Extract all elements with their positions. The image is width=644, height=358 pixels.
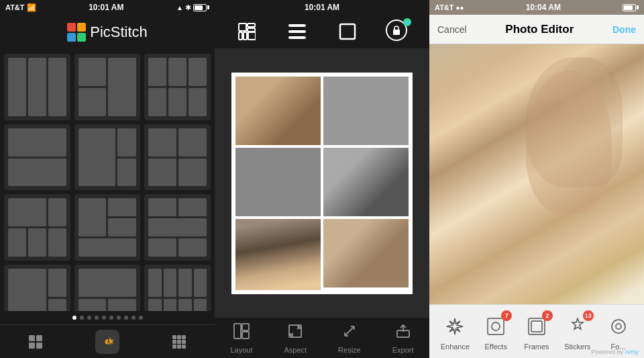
page-dots xyxy=(0,311,215,324)
tab-layout-label: Layout xyxy=(230,346,252,354)
collage-frame[interactable] xyxy=(231,73,413,294)
lc xyxy=(148,269,161,297)
time-3: 10:04 AM xyxy=(526,3,561,12)
artsy-text: Artsy xyxy=(625,349,639,355)
svg-rect-15 xyxy=(248,28,255,32)
focus-icon xyxy=(605,313,632,340)
layout-thumb-9[interactable] xyxy=(144,194,211,261)
lc xyxy=(78,299,107,311)
tab-export[interactable]: Export xyxy=(392,322,414,354)
cancel-button[interactable]: Cancel xyxy=(437,24,467,35)
lc xyxy=(148,218,207,236)
effects-label: Effects xyxy=(484,343,506,351)
lc xyxy=(78,128,116,187)
lc xyxy=(178,238,207,257)
collage-cell-3[interactable] xyxy=(235,148,321,216)
layout-thumb-2[interactable] xyxy=(74,54,141,120)
tool-stickers[interactable]: 13 Stickers xyxy=(559,313,596,351)
svg-rect-8 xyxy=(177,340,181,344)
lc xyxy=(194,269,207,297)
hamburger-icon[interactable] xyxy=(285,19,309,44)
lc xyxy=(108,58,136,116)
svg-point-30 xyxy=(492,322,500,330)
tab-resize-label: Resize xyxy=(338,346,361,354)
powered-by: Powered by Artsy xyxy=(591,349,639,355)
collage-cell-5[interactable] xyxy=(235,219,321,290)
tab-resize[interactable]: Resize xyxy=(338,322,361,354)
status-bar-2: 10:01 AM xyxy=(215,0,429,15)
lc xyxy=(178,128,207,156)
tab-layout[interactable]: Layout xyxy=(230,322,252,354)
app-header-1: PicStitch xyxy=(0,15,215,50)
enhance-label: Enhance xyxy=(441,343,470,351)
layout-thumb-10[interactable] xyxy=(4,265,70,311)
lc xyxy=(148,88,166,116)
svg-rect-23 xyxy=(393,30,400,35)
layout-thumb-3[interactable] xyxy=(144,54,211,120)
gear-icon[interactable] xyxy=(95,330,119,354)
bluetooth-icon: ✱ xyxy=(185,3,191,12)
resize-tab-icon xyxy=(341,322,358,344)
layout-thumb-7[interactable] xyxy=(4,194,70,261)
lc xyxy=(178,198,207,216)
tool-frames[interactable]: 2 Frames xyxy=(518,313,555,351)
layout-thumb-1[interactable] xyxy=(4,54,70,120)
lc xyxy=(8,269,46,311)
lc xyxy=(78,238,137,257)
done-button[interactable]: Done xyxy=(612,24,636,35)
frames-label: Frames xyxy=(524,343,549,351)
svg-rect-2 xyxy=(29,343,35,349)
lc xyxy=(78,88,107,116)
svg-rect-1 xyxy=(36,335,42,341)
page-title: Photo Editor xyxy=(505,23,574,36)
lc xyxy=(8,228,26,257)
square-icon[interactable] xyxy=(335,19,360,44)
tool-focus[interactable]: Fo... xyxy=(600,313,637,351)
lc xyxy=(48,198,66,226)
dot-1 xyxy=(72,316,76,320)
dot-7 xyxy=(117,316,121,320)
logo-cell-br xyxy=(77,33,86,42)
lock-icon[interactable] xyxy=(386,19,410,44)
tool-enhance[interactable]: Enhance xyxy=(437,313,474,351)
status-left-3: AT&T ●● xyxy=(435,3,464,11)
canvas-area xyxy=(215,48,429,318)
dot-9 xyxy=(131,316,136,320)
collage-cell-1[interactable] xyxy=(235,77,321,145)
layout-grid[interactable] xyxy=(0,50,215,311)
collage-cell-4[interactable] xyxy=(323,148,409,216)
lc xyxy=(117,159,136,187)
svg-rect-14 xyxy=(248,24,255,27)
layout-thumb-8[interactable] xyxy=(74,194,141,261)
layout-thumb-5[interactable] xyxy=(74,124,141,191)
logo-cell-tl xyxy=(67,23,76,32)
layout-thumb-12[interactable] xyxy=(144,265,211,311)
lc xyxy=(8,58,26,116)
svg-rect-19 xyxy=(288,24,306,27)
svg-rect-4 xyxy=(172,335,176,339)
lock-badge xyxy=(403,18,411,26)
grid-large-icon[interactable] xyxy=(167,330,191,354)
grid-small-icon[interactable] xyxy=(23,330,48,354)
collage-cell-2[interactable] xyxy=(323,77,409,145)
lc xyxy=(148,159,176,187)
screen1-picstitch: AT&T 📶 10:01 AM ▲ ✱ PicStitch xyxy=(0,0,215,358)
layout-thumb-11[interactable] xyxy=(74,265,141,311)
collage-cell-6[interactable] xyxy=(323,219,409,287)
lc xyxy=(164,269,176,297)
lc xyxy=(78,269,137,297)
tab-aspect[interactable]: Aspect xyxy=(284,322,307,354)
stickers-label: Stickers xyxy=(564,343,590,351)
carrier-3: AT&T xyxy=(435,3,454,11)
svg-rect-32 xyxy=(531,321,542,332)
aspect-tab-icon xyxy=(286,322,304,344)
layout-thumb-6[interactable] xyxy=(144,124,211,191)
svg-rect-18 xyxy=(248,32,256,40)
lc xyxy=(168,58,186,86)
time-1: 10:01 AM xyxy=(89,3,123,12)
layout-thumb-4[interactable] xyxy=(4,124,70,191)
grid-layout-icon[interactable] xyxy=(235,19,259,44)
tool-effects[interactable]: 7 Effects xyxy=(478,313,515,351)
status-bar-1: AT&T 📶 10:01 AM ▲ ✱ xyxy=(0,0,215,15)
svg-rect-9 xyxy=(182,340,186,344)
